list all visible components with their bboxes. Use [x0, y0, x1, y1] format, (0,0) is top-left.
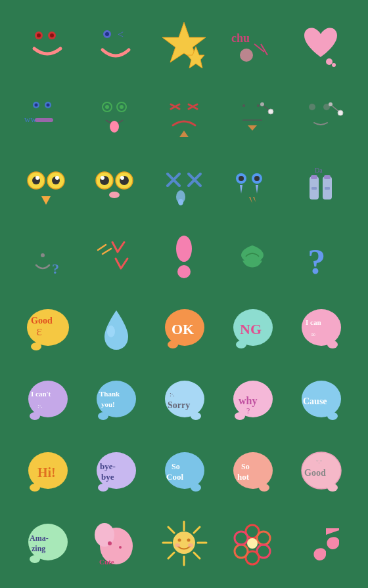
- svg-text:So: So: [241, 462, 250, 471]
- cell-bubble-amazing[interactable]: Ama- zing: [14, 510, 80, 579]
- svg-point-164: [235, 545, 248, 558]
- cell-cute-pink[interactable]: Cute: [83, 510, 149, 579]
- svg-text:Thank: Thank: [99, 390, 120, 398]
- svg-point-45: [35, 176, 39, 180]
- cell-sun-smile[interactable]: [151, 510, 217, 579]
- sticker-face-tongue: [89, 89, 142, 142]
- svg-point-100: [28, 381, 68, 417]
- sticker-bubble-cause: Cause: [294, 375, 347, 428]
- svg-text:bye: bye: [101, 472, 114, 482]
- svg-point-104: [97, 381, 136, 417]
- svg-point-117: [327, 412, 338, 420]
- cell-bubble-icant[interactable]: I can't :·.: [14, 367, 80, 436]
- sticker-bubble-thankyou: Thank you!: [89, 375, 142, 428]
- cell-eyes-tear[interactable]: [219, 152, 285, 221]
- sticker-flower-red: [226, 518, 279, 571]
- svg-point-83: [177, 265, 191, 278]
- sticker-da-face: Da: [294, 161, 347, 213]
- svg-point-62: [178, 199, 183, 205]
- svg-text::·.: :·.: [37, 402, 43, 410]
- cell-cross-tear[interactable]: [151, 152, 217, 221]
- sticker-smile-question: ?: [21, 232, 74, 285]
- svg-point-156: [177, 538, 181, 541]
- svg-point-145: [119, 546, 122, 549]
- sticker-music-note: [294, 518, 347, 571]
- svg-rect-74: [311, 175, 317, 179]
- cell-face-ww[interactable]: ww: [14, 81, 80, 150]
- svg-point-97: [327, 341, 338, 348]
- cell-heart[interactable]: [288, 9, 354, 78]
- cell-bubble-good2[interactable]: Good ˇ·ˇ: [288, 438, 354, 507]
- cell-face-squint[interactable]: [288, 81, 354, 150]
- sticker-question-blue: ?: [294, 232, 347, 285]
- cell-bubble-why[interactable]: why ?: [219, 367, 285, 436]
- cell-exclaim-pink[interactable]: [151, 224, 217, 293]
- cell-bubble-good[interactable]: Good ε: [14, 295, 80, 364]
- svg-line-152: [194, 553, 200, 558]
- cell-question-blue[interactable]: ?: [288, 224, 354, 293]
- cell-bubble-thankyou[interactable]: Thank you!: [83, 367, 149, 436]
- sticker-face-dot: [226, 89, 279, 142]
- svg-text:Sorry: Sorry: [168, 400, 190, 410]
- svg-point-38: [309, 104, 315, 110]
- cell-flower-red[interactable]: [219, 510, 285, 579]
- svg-marker-68: [256, 185, 258, 194]
- cell-big-yellow-eyes[interactable]: [14, 152, 80, 221]
- svg-point-55: [120, 176, 124, 180]
- svg-point-131: [259, 484, 269, 492]
- svg-point-14: [332, 63, 336, 67]
- svg-text:∞: ∞: [311, 331, 315, 338]
- sticker-big-eyes-pink-nose: [89, 161, 142, 213]
- svg-line-80: [98, 245, 106, 250]
- sticker-face-wink: <: [89, 18, 142, 70]
- svg-point-86: [31, 343, 41, 350]
- cell-face-happy[interactable]: [14, 9, 80, 78]
- svg-rect-77: [325, 187, 330, 190]
- cell-face-wink[interactable]: <: [83, 9, 149, 78]
- sticker-cross-tear: [158, 161, 210, 213]
- sticker-chu: chu: [226, 18, 279, 70]
- svg-text:Hi!: Hi!: [37, 465, 56, 480]
- svg-text:<: <: [118, 29, 124, 40]
- cell-bubble-ng[interactable]: NG: [219, 295, 285, 364]
- svg-point-89: [107, 326, 115, 337]
- svg-line-81: [103, 249, 111, 254]
- cell-bubble-sohot[interactable]: So hot: [219, 438, 285, 507]
- cell-big-eyes-pink-nose[interactable]: [83, 152, 149, 221]
- sticker-bubble-sohot: So hot: [226, 447, 279, 499]
- sticker-bubble-socool: So Cool: [158, 447, 210, 499]
- svg-point-120: [30, 484, 40, 492]
- svg-point-96: [302, 309, 341, 346]
- svg-point-105: [98, 412, 108, 420]
- cell-da-face[interactable]: Da: [288, 152, 354, 221]
- cell-face-frown[interactable]: [151, 81, 217, 150]
- cell-bubble-cause[interactable]: Cause: [288, 367, 354, 436]
- cell-check[interactable]: [83, 224, 149, 293]
- svg-point-12: [240, 49, 253, 62]
- cell-bubble-byebye[interactable]: bye- bye: [83, 438, 149, 507]
- svg-point-157: [187, 538, 190, 541]
- svg-text:I can't: I can't: [31, 390, 51, 398]
- cell-face-dot[interactable]: [219, 81, 285, 150]
- cell-music-note[interactable]: [288, 510, 354, 579]
- cell-face-tongue[interactable]: [83, 81, 149, 150]
- cell-star[interactable]: [151, 9, 217, 78]
- cell-bubble-socool[interactable]: So Cool: [151, 438, 217, 507]
- svg-point-1: [37, 33, 41, 37]
- svg-point-144: [108, 541, 112, 545]
- cell-bubble-ok[interactable]: OK: [151, 295, 217, 364]
- svg-text:bye-: bye-: [100, 461, 116, 471]
- cell-chu[interactable]: chu: [219, 9, 285, 78]
- cell-bubble-ican[interactable]: I can ∞: [288, 295, 354, 364]
- cell-bubble-hi[interactable]: Hi!: [14, 438, 80, 507]
- sticker-water-blue: [89, 304, 142, 356]
- cell-lips-green[interactable]: [219, 224, 285, 293]
- svg-marker-30: [179, 131, 189, 137]
- svg-text:you!: you!: [101, 400, 115, 408]
- sticker-cute-pink: Cute: [89, 518, 142, 571]
- cell-smile-question[interactable]: ?: [14, 224, 80, 293]
- cell-bubble-sorry[interactable]: :·. Sorry: [151, 367, 217, 436]
- cell-water-blue[interactable]: [83, 295, 149, 364]
- svg-marker-69: [249, 197, 252, 203]
- svg-text:ˇ·ˇ: ˇ·ˇ: [316, 459, 323, 467]
